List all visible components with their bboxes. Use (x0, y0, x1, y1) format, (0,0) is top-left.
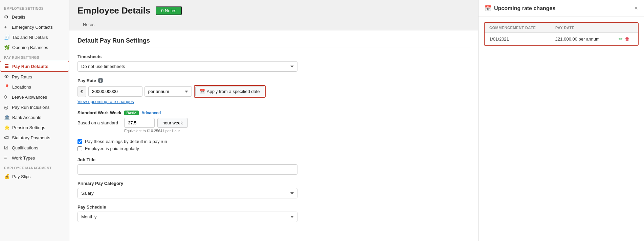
hour-week-button[interactable]: hour week (157, 118, 188, 128)
sidebar-item-tax-ni[interactable]: 🧾 Tax and NI Details (0, 32, 69, 42)
standard-work-week-label: Standard Work Week Basic Advanced (77, 110, 470, 115)
right-panel: 📅 Upcoming rate changes × COMMENCEMENT D… (478, 0, 644, 241)
plus-icon: + (4, 24, 9, 30)
hours-input[interactable] (124, 118, 155, 128)
based-on-row: Based on a standard hour week (77, 118, 470, 128)
sidebar: EMPLOYEE SETTINGS ⚙ Details + Emergency … (0, 0, 69, 241)
sidebar-item-qualifications[interactable]: ☑ Qualifications (0, 143, 69, 153)
delete-rate-icon[interactable]: 🗑 (625, 36, 629, 42)
page-title: Employee Details (77, 5, 150, 16)
sidebar-item-pay-rates[interactable]: 👁 Pay Rates (0, 72, 69, 82)
primary-pay-category-label: Primary Pay Category (77, 181, 470, 186)
paid-irregularly-checkbox[interactable] (77, 146, 82, 151)
settings-icon: ⚙ (4, 14, 9, 20)
pay-rate-row: £ per annum per hour per day 📅 Apply fro… (77, 85, 470, 98)
job-title-label: Job Title (77, 157, 470, 162)
col-pay-rate: PAY RATE (551, 23, 614, 33)
sidebar-employee-management-label: EMPLOYEE MANAGEMENT (0, 163, 69, 171)
timesheets-select[interactable]: Do not use timesheets Use timesheets (77, 61, 297, 72)
payslip-icon: 💰 (4, 174, 10, 179)
panel-calendar-icon: 📅 (485, 5, 491, 11)
panel-table-wrapper: COMMENCEMENT DATE PAY RATE 1/01/2021 £21… (484, 22, 639, 46)
form-area: Default Pay Run Settings Timesheets Do n… (69, 30, 478, 241)
sidebar-item-bank-accounts[interactable]: 🏦 Bank Accounts (0, 112, 69, 122)
main-content: Employee Details 0 Notes Notes Default P… (69, 0, 478, 241)
sidebar-item-statutory-payments[interactable]: 🏷 Statutory Payments (0, 132, 69, 143)
apply-from-date-button[interactable]: 📅 Apply from a specified date (195, 87, 264, 96)
apply-btn-wrapper: 📅 Apply from a specified date (194, 85, 266, 98)
sidebar-item-pay-run-defaults[interactable]: ☰ Pay Run Defaults (0, 61, 69, 72)
bank-icon: 🏦 (4, 115, 10, 120)
timesheets-label: Timesheets (77, 54, 470, 59)
tab-row: Notes (69, 19, 478, 30)
calendar-icon: 📅 (200, 89, 205, 94)
edit-rate-icon[interactable]: ✏ (619, 36, 623, 42)
sidebar-item-pension-settings[interactable]: ⭐ Pension Settings (0, 122, 69, 132)
inclusions-icon: ◎ (4, 104, 9, 110)
sidebar-item-opening-balances[interactable]: 🌿 Opening Balances (0, 42, 69, 52)
primary-pay-category-group: Primary Pay Category Salary Hourly (77, 181, 470, 198)
panel-title: 📅 Upcoming rate changes (485, 5, 555, 11)
list-icon: ☰ (4, 64, 10, 69)
location-icon: 📍 (4, 84, 10, 90)
sidebar-pay-run-settings-label: PAY RUN SETTINGS (0, 52, 69, 61)
primary-pay-category-select[interactable]: Salary Hourly (77, 188, 297, 198)
sidebar-item-details[interactable]: ⚙ Details (0, 12, 69, 22)
row-date: 1/01/2021 (485, 33, 551, 45)
view-upcoming-rate-changes-link[interactable]: View upcoming rate changes (77, 99, 470, 104)
sidebar-item-emergency-contacts[interactable]: + Emergency Contacts (0, 22, 69, 32)
section-title: Default Pay Run Settings (77, 37, 470, 48)
qual-icon: ☑ (4, 145, 9, 150)
checkbox-row-1: Pay these earnings by default in a pay r… (77, 139, 470, 144)
badge-basic: Basic (124, 111, 139, 115)
job-title-group: Job Title (77, 157, 470, 175)
timesheets-group: Timesheets Do not use timesheets Use tim… (77, 54, 470, 72)
checkboxes-group: Pay these earnings by default in a pay r… (77, 139, 470, 151)
upcoming-rates-table: COMMENCEMENT DATE PAY RATE 1/01/2021 £21… (485, 23, 638, 45)
sidebar-employee-settings-label: EMPLOYEE SETTINGS (0, 3, 69, 12)
standard-work-week-group: Standard Work Week Basic Advanced Based … (77, 110, 470, 133)
pension-icon: ⭐ (4, 125, 10, 130)
panel-header: 📅 Upcoming rate changes × (479, 0, 644, 17)
pay-default-checkbox[interactable] (77, 139, 82, 144)
pay-rate-input[interactable] (88, 86, 142, 97)
pay-rate-info-icon[interactable]: i (98, 78, 103, 83)
pay-rate-label: Pay Rate i (77, 78, 470, 83)
pay-schedule-select[interactable]: Monthly Weekly Fortnightly (77, 212, 297, 222)
tab-notes[interactable]: Notes (77, 19, 100, 30)
page-header: Employee Details 0 Notes (69, 0, 478, 19)
balances-icon: 🌿 (4, 45, 10, 50)
statutory-icon: 🏷 (4, 135, 9, 140)
job-title-input[interactable] (77, 164, 297, 175)
sidebar-item-work-types[interactable]: ≡ Work Types (0, 153, 69, 163)
sidebar-item-pay-run-inclusions[interactable]: ◎ Pay Run Inclusions (0, 102, 69, 112)
checkbox-row-2: Employee is paid irregularly (77, 146, 470, 151)
tax-icon: 🧾 (4, 34, 10, 40)
based-on-label: Based on a standard (77, 120, 121, 125)
badge-advanced[interactable]: Advanced (141, 111, 161, 115)
col-commencement-date: COMMENCEMENT DATE (485, 23, 551, 33)
pay-schedule-group: Pay Schedule Monthly Weekly Fortnightly (77, 204, 470, 222)
paid-irregularly-label: Employee is paid irregularly (85, 146, 139, 151)
currency-symbol: £ (77, 86, 86, 97)
per-annum-select[interactable]: per annum per hour per day (145, 86, 192, 97)
pay-schedule-label: Pay Schedule (77, 204, 470, 210)
panel-close-button[interactable]: × (634, 5, 638, 12)
work-icon: ≡ (4, 155, 9, 161)
pay-rate-group: Pay Rate i £ per annum per hour per day … (77, 78, 470, 104)
row-actions: ✏ 🗑 (614, 33, 638, 45)
table-row: 1/01/2021 £21,000.00 per annum ✏ 🗑 (485, 33, 638, 45)
equiv-text: Equivalent to £10.25641 per Hour (124, 129, 470, 133)
plane-icon: ✈ (4, 94, 9, 100)
col-actions (614, 23, 638, 33)
sidebar-item-locations[interactable]: 📍 Locations (0, 82, 69, 92)
pay-default-label: Pay these earnings by default in a pay r… (85, 139, 167, 144)
sidebar-item-leave-allowances[interactable]: ✈ Leave Allowances (0, 92, 69, 102)
eye-icon: 👁 (4, 74, 9, 79)
sidebar-item-pay-slips[interactable]: 💰 Pay Slips (0, 171, 69, 182)
row-rate: £21,000.00 per annum (551, 33, 614, 45)
notes-badge-button[interactable]: 0 Notes (156, 6, 182, 15)
